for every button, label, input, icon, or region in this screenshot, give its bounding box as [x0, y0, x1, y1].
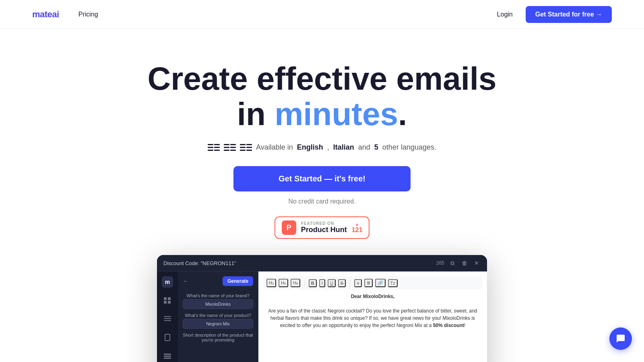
back-button[interactable]: ← — [183, 278, 188, 284]
product-field-group: What's the name of your product? Negroni… — [183, 313, 253, 329]
app-window: Discount Code: "NEGRON111" 265 ⧉ 🗑 ✕ m — [157, 255, 487, 362]
toolbar-h1[interactable]: H₁ — [266, 279, 276, 287]
toolbar-h3[interactable]: H₃ — [291, 279, 300, 287]
sidebar-logo: m — [162, 276, 173, 288]
app-discount-code: Discount Code: "NEGRON111" — [163, 260, 236, 266]
toolbar-link[interactable]: 🔗 — [375, 279, 386, 287]
toolbar-underline[interactable]: U — [328, 279, 336, 287]
subtitle-prefix: Available in — [256, 143, 293, 152]
ph-votes-block: ▲ 121 — [352, 222, 363, 234]
app-body: m — [157, 272, 487, 362]
toolbar-bold[interactable]: B — [309, 279, 317, 287]
desc-field-group: Short description of the product that yo… — [183, 333, 253, 343]
flag-icons — [208, 144, 252, 151]
sidebar-stack-icon[interactable] — [162, 350, 173, 362]
toolbar-clear[interactable]: Tz — [388, 279, 398, 287]
app-sidebar: m — [157, 272, 178, 362]
no-credit-card-text: No credit card required. — [288, 198, 355, 205]
hero-subtitle: Available in English, Italian and 5 othe… — [208, 143, 436, 152]
ph-featured-label: FEATURED ON — [301, 221, 334, 226]
hero-title-line2-prefix: in — [237, 96, 275, 132]
logo-rest: ateai — [40, 9, 59, 19]
hero-cta-button[interactable]: Get Started — it's free! — [233, 166, 411, 191]
hero-title-line1: Create effective emails — [147, 61, 496, 97]
logo-m: m — [32, 9, 40, 19]
subtitle-mid: and — [358, 143, 370, 152]
pricing-link[interactable]: Pricing — [78, 11, 98, 18]
lang-english: English — [297, 143, 323, 152]
close-icon[interactable]: ✕ — [473, 259, 481, 267]
nav-right: Login Get Started for free → — [497, 6, 612, 23]
lang-count: 5 — [374, 143, 378, 152]
desc-field-label: Short description of the product that yo… — [183, 333, 253, 342]
editor-end: ! — [464, 323, 465, 328]
editor-content[interactable]: Dear MixoloDrinks, Are you a fan of the … — [263, 293, 482, 329]
hero-title-accent: minutes — [275, 96, 398, 132]
chat-icon — [616, 334, 625, 343]
delete-icon[interactable]: 🗑 — [460, 259, 469, 267]
editor-toolbar: H₁ H₂ H₃ B I U S ≡ ≣ 🔗 Tz — [263, 276, 482, 290]
copy-icon[interactable]: ⧉ — [448, 259, 456, 267]
toolbar-italic[interactable]: I — [319, 279, 325, 287]
ph-vote-count: 121 — [352, 226, 363, 234]
product-field-label: What's the name of your product? — [183, 313, 253, 318]
toolbar-align-left[interactable]: ≡ — [354, 279, 361, 287]
sidebar-doc-icon[interactable] — [162, 332, 173, 343]
hero-title-end: . — [398, 96, 407, 132]
toolbar-h2[interactable]: H₂ — [279, 279, 288, 287]
discount-highlight: 50% discount — [433, 323, 464, 328]
lang-sep: , — [327, 143, 329, 152]
hero-section: Create effective emails in minutes. Avai… — [0, 29, 644, 362]
form-nav-row: ← Generate — [183, 276, 253, 286]
ph-logo-icon: P — [282, 220, 296, 235]
char-count: 265 — [436, 260, 444, 266]
app-topbar-right: 265 ⧉ 🗑 ✕ — [436, 259, 481, 267]
lang-italian: Italian — [333, 143, 354, 152]
login-link[interactable]: Login — [497, 11, 513, 18]
toolbar-list[interactable]: ≣ — [364, 279, 373, 287]
toolbar-strikethrough[interactable]: S — [338, 279, 346, 287]
logo[interactable]: mateai — [32, 9, 59, 20]
app-topbar: Discount Code: "NEGRON111" 265 ⧉ 🗑 ✕ — [157, 255, 487, 272]
ph-arrow-icon: ▲ — [355, 222, 359, 226]
app-screenshot-wrapper: Discount Code: "NEGRON111" 265 ⧉ 🗑 ✕ m — [16, 255, 628, 362]
navbar: mateai Pricing Login Get Started for fre… — [0, 0, 644, 29]
nav-left: mateai Pricing — [32, 9, 98, 20]
product-hunt-badge[interactable]: P FEATURED ON Product Hunt ▲ 121 — [275, 216, 370, 239]
nav-cta-button[interactable]: Get Started for free → — [526, 6, 612, 23]
hero-title: Create effective emails in minutes. — [147, 61, 496, 132]
sidebar-lines-icon[interactable] — [162, 313, 173, 325]
editor-body: Are you a fan of the classic Negroni coc… — [263, 307, 482, 329]
generate-button[interactable]: Generate — [223, 276, 253, 286]
editor-panel: H₁ H₂ H₃ B I U S ≡ ≣ 🔗 Tz — [258, 272, 487, 362]
brand-field-label: What's the name of your brand? — [183, 293, 253, 298]
subtitle-suffix: other languages. — [382, 143, 436, 152]
form-panel: ← Generate What's the name of your brand… — [178, 272, 258, 362]
ph-name-label: Product Hunt — [301, 226, 347, 234]
chat-widget-button[interactable] — [609, 327, 632, 350]
editor-salutation: Dear MixoloDrinks, — [351, 294, 395, 299]
brand-field-input[interactable]: MixoloDrinks — [183, 299, 253, 309]
brand-field-group: What's the name of your brand? MixoloDri… — [183, 293, 253, 309]
ph-text-block: FEATURED ON Product Hunt — [301, 221, 347, 234]
product-field-input[interactable]: Negroni Mix — [183, 319, 253, 329]
sidebar-grid-icon[interactable] — [162, 295, 173, 306]
